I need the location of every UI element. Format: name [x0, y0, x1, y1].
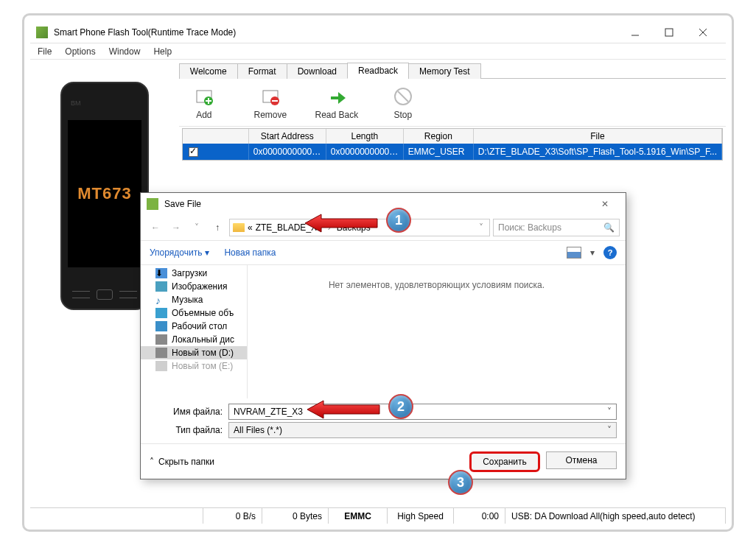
maximize-button[interactable]	[652, 22, 686, 43]
nav-localdisk[interactable]: Локальный дис	[141, 333, 247, 346]
save-button[interactable]: Сохранить	[469, 451, 540, 472]
chevron-up-icon: ˄	[150, 457, 154, 467]
table-header: Start Address Length Region File	[183, 129, 722, 144]
nav-downloads[interactable]: ⬇Загрузки	[141, 267, 247, 280]
tab-format[interactable]: Format	[237, 63, 287, 79]
readback-table: Start Address Length Region File 0x00000…	[182, 128, 723, 161]
th-region: Region	[404, 129, 474, 144]
dialog-fields: Имя файла: NVRAM_ZTE_X3˅ Тип файла: All …	[141, 398, 626, 443]
chevron-down-icon[interactable]: ˅	[607, 407, 612, 417]
dialog-close-button[interactable]: ✕	[590, 199, 620, 209]
tab-download[interactable]: Download	[287, 63, 348, 79]
titlebar: Smart Phone Flash Tool(Runtime Trace Mod…	[30, 21, 726, 43]
menu-file[interactable]: File	[33, 45, 56, 58]
status-speed: 0 B/s	[203, 508, 262, 524]
th-file: File	[474, 129, 722, 144]
svg-marker-14	[307, 401, 379, 418]
nav-tree: ⬇Загрузки Изображения ♪Музыка Объемные о…	[141, 265, 248, 398]
music-icon: ♪	[155, 295, 167, 305]
nav-volume-e[interactable]: Новый том (E:)	[141, 359, 247, 373]
statusbar: 0 B/s 0 Bytes EMMC High Speed 0:00 USB: …	[30, 507, 726, 524]
add-button[interactable]: Add	[182, 85, 226, 120]
menu-window[interactable]: Window	[105, 45, 145, 58]
svg-marker-13	[305, 214, 377, 232]
images-icon	[155, 281, 167, 292]
close-button[interactable]	[686, 22, 720, 43]
stop-icon	[391, 85, 415, 108]
search-icon: 🔍	[603, 222, 615, 233]
table-row[interactable]: 0x000000000000... 0x000000000000... EMMC…	[183, 144, 722, 160]
nav-music[interactable]: ♪Музыка	[141, 293, 247, 306]
disk-icon	[155, 361, 167, 371]
nav-up-button[interactable]: ↑	[209, 219, 226, 236]
nav-forward-button[interactable]: →	[167, 219, 185, 236]
phone-chip-label: MT673	[77, 184, 131, 203]
file-list-empty: Нет элементов, удовлетворяющих условиям …	[248, 265, 626, 398]
cancel-button[interactable]: Отмена	[546, 451, 617, 469]
chevron-down-icon[interactable]: ˅	[476, 222, 486, 233]
toolbar: Add Remove Read Back Stop	[179, 79, 726, 127]
svg-line-12	[398, 91, 408, 102]
td-len: 0x000000000000...	[326, 144, 404, 160]
new-folder-button[interactable]: Новая папка	[224, 247, 276, 258]
row-checkbox[interactable]	[189, 147, 198, 157]
help-button[interactable]: ?	[603, 246, 617, 259]
chevron-down-icon: ▾	[205, 247, 209, 258]
hide-folders-link[interactable]: ˄Скрыть папки	[150, 457, 214, 467]
td-addr: 0x000000000000...	[249, 144, 326, 160]
tab-readback[interactable]: Readback	[347, 63, 409, 79]
tab-welcome[interactable]: Welcome	[179, 63, 238, 79]
phone-mockup: BM MT673	[60, 82, 149, 310]
folder-icon	[233, 223, 245, 232]
nav-3dobjects[interactable]: Объемные объ	[141, 306, 247, 320]
minimize-button[interactable]	[618, 22, 652, 43]
annotation-badge-2: 2	[388, 394, 413, 419]
disk-icon	[155, 348, 167, 358]
save-file-dialog: Save File ✕ ← → ˅ ↑ « ZTE_BLADE_X3 › Bac…	[140, 192, 626, 479]
stop-button[interactable]: Stop	[381, 85, 425, 120]
tab-memory-test[interactable]: Memory Test	[408, 63, 480, 79]
nav-back-button[interactable]: ←	[147, 219, 164, 236]
tabs: Welcome Format Download Readback Memory …	[179, 63, 726, 79]
menu-help[interactable]: Help	[149, 45, 176, 58]
td-file: D:\ZTE_BLADE_X3\Soft\SP_Flash_Tool-5.191…	[474, 144, 722, 160]
organize-menu[interactable]: Упорядочить ▾	[150, 247, 209, 258]
menu-options[interactable]: Options	[60, 45, 99, 58]
dialog-buttons: ˄Скрыть папки Сохранить Отмена	[141, 443, 626, 479]
readback-icon	[325, 85, 349, 108]
status-mode: High Speed	[388, 508, 454, 524]
status-usb: USB: DA Download All(high speed,auto det…	[505, 508, 726, 524]
disk-icon	[155, 334, 167, 345]
window-title: Smart Phone Flash Tool(Runtime Trace Mod…	[54, 27, 618, 38]
readback-button[interactable]: Read Back	[315, 85, 359, 120]
address-bar-row: ← → ˅ ↑ « ZTE_BLADE_X3 › Backups ˅ Поиск…	[141, 215, 626, 240]
objects3d-icon	[155, 308, 167, 318]
filename-input[interactable]: NVRAM_ZTE_X3˅	[228, 404, 617, 420]
desktop-icon	[155, 321, 167, 331]
svg-rect-1	[665, 29, 673, 36]
phone-brand: BM	[71, 99, 81, 107]
nav-desktop[interactable]: Рабочий стол	[141, 320, 247, 333]
nav-volume-d[interactable]: Новый том (D:)	[141, 346, 247, 359]
menubar: File Options Window Help	[30, 43, 726, 60]
nav-images[interactable]: Изображения	[141, 280, 247, 293]
filetype-select[interactable]: All Files (*.*)˅	[228, 422, 617, 438]
filetype-label: Тип файла:	[150, 425, 228, 435]
th-addr: Start Address	[249, 129, 326, 144]
status-type: EMMC	[329, 508, 388, 524]
dialog-title: Save File	[164, 199, 201, 209]
add-icon	[192, 85, 216, 108]
annotation-arrow-2	[307, 399, 381, 420]
remove-button[interactable]: Remove	[248, 85, 293, 120]
app-icon	[36, 27, 48, 38]
dialog-titlebar: Save File ✕	[141, 193, 626, 215]
nav-recent-button[interactable]: ˅	[188, 219, 206, 236]
td-region: EMMC_USER	[404, 144, 474, 160]
chevron-down-icon[interactable]: ▾	[590, 247, 595, 258]
search-input[interactable]: Поиск: Backups 🔍	[493, 219, 620, 236]
status-bytes: 0 Bytes	[262, 508, 329, 524]
annotation-badge-1: 1	[386, 208, 411, 233]
chevron-down-icon[interactable]: ˅	[607, 425, 612, 435]
view-options-button[interactable]	[567, 247, 581, 259]
organize-row: Упорядочить ▾ Новая папка ▾ ?	[141, 240, 626, 265]
